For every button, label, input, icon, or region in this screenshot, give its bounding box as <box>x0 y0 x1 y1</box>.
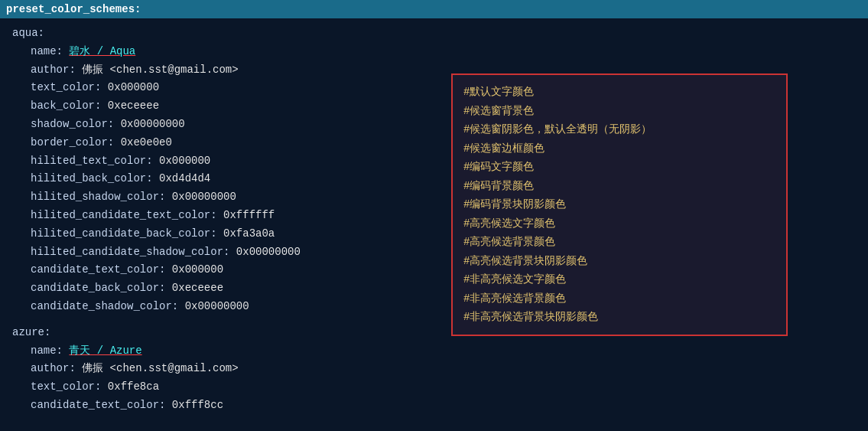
field-value: 0xeceeee <box>172 282 223 294</box>
field-key: hilited_back_color: <box>31 172 159 184</box>
popup-line-6: #编码背景块阴影颜色 <box>463 195 775 214</box>
field-key: name: <box>31 45 69 57</box>
azure-field-3: candidate_text_color: 0xfff8cc <box>12 397 856 415</box>
azure-field-2: text_color: 0xffe8ca <box>12 378 856 397</box>
azure-field-1: author: 佛振 <chen.sst@gmail.com> <box>12 360 856 378</box>
field-key: author: <box>31 64 82 76</box>
field-key: candidate_shadow_color: <box>31 300 185 312</box>
field-key: hilited_candidate_shadow_color: <box>31 246 236 258</box>
popup-line-3: #候选窗边框颜色 <box>463 139 775 158</box>
aqua-section-label: aqua: <box>12 24 856 43</box>
azure-fields: name: 青天 / Azureauthor: 佛振 <chen.sst@gma… <box>12 342 856 415</box>
field-value: 0xffffff <box>223 209 275 221</box>
field-key: name: <box>31 344 69 357</box>
field-key: hilited_text_color: <box>31 155 159 167</box>
popup-line-7: #高亮候选文字颜色 <box>463 214 775 233</box>
field-value: 0x000000 <box>159 155 210 167</box>
field-key: candidate_text_color: <box>31 399 172 411</box>
popup-line-9: #高亮候选背景块阴影颜色 <box>463 252 775 271</box>
field-value: 0xeceeee <box>108 100 159 112</box>
field-value: 0x00000000 <box>236 246 301 258</box>
field-value: 0xd4d4d4 <box>159 172 210 184</box>
top-bar: preset_color_schemes: <box>0 0 868 18</box>
field-value: 0xfff8cc <box>172 399 223 411</box>
field-value: 碧水 / Aqua <box>69 45 135 57</box>
field-key: author: <box>31 362 82 374</box>
field-value: 0x00000000 <box>185 300 249 312</box>
popup-line-0: #默认文字颜色 <box>463 83 775 102</box>
field-value: 青天 / Azure <box>69 344 141 357</box>
aqua-field-0: name: 碧水 / Aqua <box>12 43 856 61</box>
field-value: 0xfa3a0a <box>223 227 275 240</box>
popup-line-5: #编码背景颜色 <box>463 177 775 196</box>
field-value: 佛振 <chen.sst@gmail.com> <box>82 64 238 76</box>
popup-line-10: #非高亮候选文字颜色 <box>463 270 775 289</box>
popup-line-1: #候选窗背景色 <box>463 102 775 121</box>
field-key: candidate_back_color: <box>31 282 172 294</box>
field-value: 佛振 <chen.sst@gmail.com> <box>82 362 238 374</box>
field-value: 0x000000 <box>172 263 223 276</box>
popup-box: #默认文字颜色#候选窗背景色#候选窗阴影色，默认全透明（无阴影）#候选窗边框颜色… <box>451 73 788 336</box>
field-key: text_color: <box>31 81 108 93</box>
popup-line-2: #候选窗阴影色，默认全透明（无阴影） <box>463 120 775 139</box>
field-value: 0x00000000 <box>172 191 236 203</box>
field-key: hilited_candidate_text_color: <box>31 209 223 221</box>
azure-field-0: name: 青天 / Azure <box>12 342 856 361</box>
field-key: text_color: <box>31 380 108 393</box>
main-content: aqua: name: 碧水 / Aquaauthor: 佛振 <chen.ss… <box>0 18 868 421</box>
field-value: 0xffe8ca <box>108 380 159 393</box>
popup-line-8: #高亮候选背景颜色 <box>463 233 775 252</box>
field-key: candidate_text_color: <box>31 263 172 276</box>
field-key: border_color: <box>31 136 121 149</box>
field-value: 0xe0e0e0 <box>121 136 172 149</box>
popup-line-11: #非高亮候选背景颜色 <box>463 289 775 309</box>
popup-line-4: #编码文字颜色 <box>463 158 775 177</box>
field-key: shadow_color: <box>31 118 121 130</box>
popup-line-12: #非高亮候选背景块阴影颜色 <box>463 308 775 327</box>
popup-lines: #默认文字颜色#候选窗背景色#候选窗阴影色，默认全透明（无阴影）#候选窗边框颜色… <box>463 83 775 327</box>
field-value: 0x000000 <box>108 81 159 93</box>
field-value: 0x00000000 <box>121 118 185 130</box>
field-key: hilited_shadow_color: <box>31 191 172 203</box>
field-key: back_color: <box>31 100 108 112</box>
top-bar-label: preset_color_schemes: <box>6 3 141 15</box>
field-key: hilited_candidate_back_color: <box>31 227 223 240</box>
